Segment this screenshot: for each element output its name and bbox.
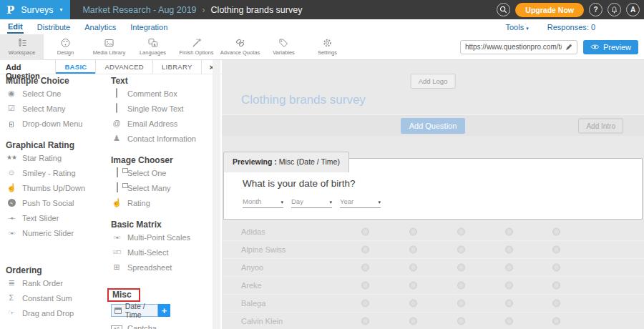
tab-edit[interactable]: Edit [7, 20, 24, 34]
radio-icon [409, 228, 417, 236]
radio-icon [361, 264, 369, 272]
toolbar-variables[interactable]: Variables [262, 34, 306, 60]
radio-icon [457, 300, 465, 308]
chevron-down-icon: ▾ [378, 200, 381, 205]
tab-analytics[interactable]: Analytics [84, 21, 117, 33]
radio-icon [552, 228, 560, 236]
qtype-image-select-many[interactable]: Select Many [111, 180, 213, 195]
matrix-question-row[interactable]: Calvin Klein [222, 313, 644, 329]
matrix-question-row[interactable]: Alpine Swiss [222, 241, 644, 259]
toolbar-media-library[interactable]: Media Library [87, 34, 131, 60]
survey-url-field[interactable]: https://www.questionpro.com/t/APNrfZ [460, 40, 577, 54]
qtype-constant-sum[interactable]: Σ Constant Sum [6, 290, 107, 305]
radio-icon [409, 318, 417, 325]
radio-icon [361, 246, 369, 254]
preview-button[interactable]: Preview [583, 40, 638, 54]
qtype-dropdown-menu[interactable]: ▾ Drop-down Menu [6, 116, 107, 131]
qtype-star-rating[interactable]: ★★ Star Rating [6, 150, 107, 165]
qtype-select-one[interactable]: ◉ Select One [6, 86, 107, 101]
matrix-question-row[interactable]: Adidas [222, 223, 644, 241]
account-avatar[interactable]: A [626, 3, 640, 16]
toolbar-advance-quotas[interactable]: Advance Quotas [218, 34, 262, 60]
survey-title[interactable]: Clothing brands survey [241, 93, 366, 107]
section-graphical-rating: Graphical Rating [6, 140, 107, 150]
add-intro-button[interactable]: Add Intro [578, 118, 623, 133]
qtype-multi-select[interactable]: ☑☐ Multi-Select [111, 245, 213, 260]
qtype-select-many[interactable]: ☑ Select Many [6, 101, 107, 116]
captcha-icon: a6 [111, 324, 122, 329]
tab-library[interactable]: LIBRARY [152, 60, 201, 74]
radio-icon [361, 282, 369, 290]
preview-question-text: What is your date of birth? [243, 178, 356, 189]
matrix-question-row[interactable]: Anyoo [222, 259, 644, 277]
toolbar-finish-options[interactable]: Finish Options [175, 34, 218, 60]
matrix-question-row[interactable]: Balega [222, 295, 644, 313]
radio-icon [457, 318, 465, 325]
search-button[interactable] [497, 3, 510, 16]
tab-advanced[interactable]: ADVANCED [95, 60, 152, 74]
qtype-spreadsheet[interactable]: ⊞ Spreadsheet [111, 260, 213, 275]
add-question-button[interactable]: Add Question [401, 118, 466, 134]
matrix-question-row[interactable]: Areke [222, 277, 644, 295]
tools-menu[interactable]: Tools ▾ [505, 23, 528, 31]
radio-icon [457, 264, 465, 272]
qtype-image-select-one[interactable]: Select One [111, 165, 213, 180]
qtype-contact-information[interactable]: ♟ Contact Information [111, 131, 213, 146]
radio-icon [552, 282, 560, 290]
product-name: Surveys [21, 5, 53, 15]
help-button[interactable]: ? [589, 3, 602, 16]
qtype-single-row-text[interactable]: Single Row Text [111, 101, 213, 116]
toolbar-settings[interactable]: Settings [306, 34, 349, 60]
tab-basic[interactable]: BASIC [55, 60, 95, 74]
single-row-icon [111, 104, 122, 112]
surveys-menu[interactable]: P Surveys ▾ [0, 0, 70, 19]
qtype-comment-box[interactable]: Comment Box [111, 86, 213, 101]
panel-scrollbar[interactable] [213, 60, 220, 329]
tab-integration[interactable]: Integration [130, 21, 168, 33]
qtype-text-slider[interactable]: –●– Text Slider [6, 210, 107, 225]
tab-distribute[interactable]: Distribute [36, 21, 71, 33]
main-nav: Edit Distribute Analytics Integration To… [0, 19, 644, 34]
notifications-button[interactable] [608, 3, 621, 16]
qtype-thumbs-up-down[interactable]: ☝ Thumbs Up/Down [6, 180, 107, 195]
drag-hand-icon: ☞ [6, 309, 17, 317]
radio-icon [361, 228, 369, 236]
qtype-email-address[interactable]: @ Email Address [111, 116, 213, 131]
add-logo-button[interactable]: Add Logo [411, 74, 456, 89]
share-icon: < [6, 199, 17, 207]
upgrade-now-button[interactable]: Upgrade Now [515, 3, 584, 17]
toolbar-design[interactable]: Design [44, 34, 87, 60]
year-dropdown[interactable]: Year▾ [340, 197, 381, 208]
sigma-icon: Σ [6, 294, 17, 302]
section-text: Text [111, 76, 213, 86]
qtype-date-time-selected[interactable]: Date / Time + [111, 304, 170, 317]
qtype-push-to-social[interactable]: < Push To Social [6, 195, 107, 210]
matrix-question-preview: Adidas Alpine Swiss Anyoo Areke Balega C… [222, 223, 644, 329]
month-dropdown[interactable]: Month▾ [243, 197, 283, 208]
add-date-time-button[interactable]: + [158, 304, 170, 317]
survey-url: https://www.questionpro.com/t/APNrfZ [465, 43, 562, 51]
day-dropdown[interactable]: Day▾ [291, 197, 332, 208]
toolbar-languages[interactable]: Languages [131, 34, 175, 60]
qtype-drag-and-drop[interactable]: ☞ Drag and Drop [6, 305, 107, 320]
numeric-slider-icon: ○●○ [6, 229, 17, 237]
radio-icon [409, 264, 417, 272]
qtype-numeric-slider[interactable]: ○●○ Numeric Slider [6, 225, 107, 240]
responses-count[interactable]: Responses: 0 [547, 23, 595, 31]
breadcrumb-parent[interactable]: Market Research - Aug 2019 [82, 5, 196, 15]
qtype-captcha[interactable]: a6 Captcha [111, 320, 213, 329]
section-basic-matrix: Basic Matrix [111, 220, 213, 230]
spreadsheet-grid-icon: ⊞ [111, 263, 122, 271]
qtype-smiley-rating[interactable]: ☺ Smiley - Rating [6, 165, 107, 180]
radio-icon [505, 246, 513, 254]
qtype-multi-point-scales[interactable]: ○●○ Multi-Point Scales [111, 230, 213, 245]
dropdown-box-icon: ▾ [6, 119, 17, 127]
toolbar-workspace[interactable]: Workspace [0, 34, 44, 60]
comment-box-icon [111, 89, 122, 97]
editor-toolbar: Workspace Design Media Library Languages [0, 34, 644, 60]
radio-icon [552, 300, 560, 308]
thumb-icon: ☝ [6, 184, 17, 192]
qtype-rank-order[interactable]: ≣ Rank Order [6, 275, 107, 290]
qtype-image-rating[interactable]: ☝ Rating [111, 195, 213, 210]
section-misc-highlighted: Misc [107, 288, 140, 302]
